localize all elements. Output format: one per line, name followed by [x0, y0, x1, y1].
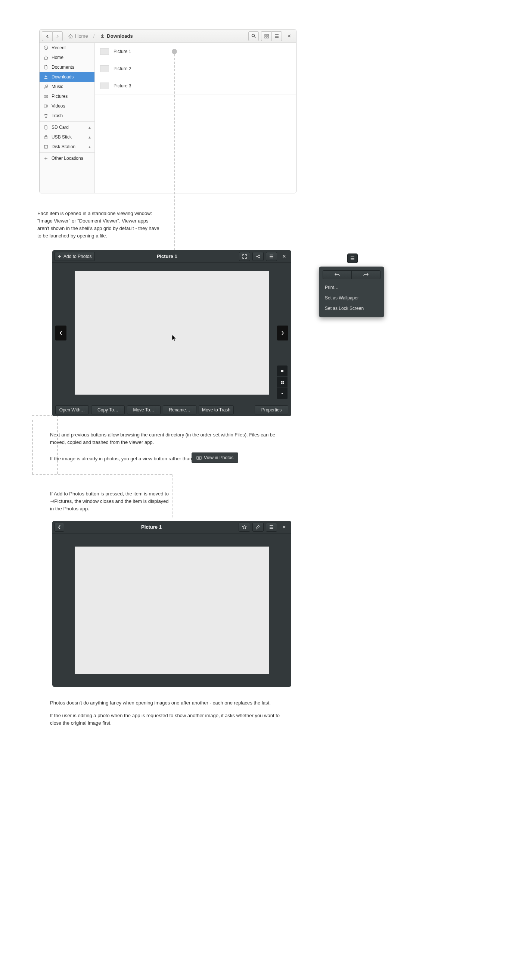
annotation-text: If Add to Photos button is pressed, the … [50, 490, 173, 512]
forward-button[interactable] [52, 31, 63, 41]
annotation-text: Photos doesn't do anything fancy when op… [50, 699, 289, 727]
sidebar-item-label: Downloads [51, 74, 73, 80]
doc-icon [43, 65, 49, 70]
zoom-out-button[interactable] [277, 388, 288, 399]
list-item[interactable]: Picture 1 [95, 43, 296, 60]
fullscreen-button[interactable] [239, 252, 250, 261]
svg-point-12 [46, 148, 46, 148]
breadcrumb-current[interactable]: Downloads [97, 31, 135, 41]
sidebar-item-documents[interactable]: Documents [40, 62, 94, 72]
nas-icon [43, 145, 49, 149]
svg-rect-19 [281, 382, 282, 384]
plus-icon [58, 255, 62, 258]
list-view-button[interactable] [272, 31, 282, 41]
hamburger-icon [269, 255, 274, 258]
list-item[interactable]: Picture 2 [95, 60, 296, 77]
sidebar-item-recent[interactable]: Recent [40, 43, 94, 52]
svg-rect-18 [283, 381, 284, 382]
eject-icon[interactable]: ▲ [88, 145, 91, 149]
sidebar-item-diskstation[interactable]: Disk Station ▲ [40, 142, 94, 151]
usb-icon [43, 135, 49, 139]
menu-item-label: Set as Wallpaper [325, 295, 359, 301]
svg-rect-8 [44, 105, 47, 107]
zoom-controls [277, 366, 288, 399]
button-label: Open With… [59, 407, 85, 412]
add-to-photos-button[interactable]: Add to Photos [54, 252, 95, 261]
add-to-photos-label: Add to Photos [64, 254, 91, 259]
image-canvas [75, 547, 269, 674]
close-button[interactable]: ✕ [284, 33, 294, 39]
svg-rect-20 [283, 382, 284, 384]
rename-button[interactable]: Rename… [163, 406, 196, 414]
sidebar-item-label: Documents [51, 65, 74, 70]
sidebar-item-usbstick[interactable]: USB Stick ▲ [40, 132, 94, 142]
plus-icon [43, 156, 49, 161]
fullscreen-icon [242, 254, 247, 259]
menu-item-set-wallpaper[interactable]: Set as Wallpaper [323, 293, 380, 303]
svg-rect-16 [281, 370, 283, 372]
zoom-in-button[interactable] [277, 377, 288, 388]
svg-rect-2 [267, 34, 269, 36]
edit-button[interactable] [252, 523, 264, 531]
file-list: Picture 1 Picture 2 Picture 3 [95, 43, 296, 193]
view-in-photos-button[interactable]: View in Photos [192, 452, 238, 463]
button-label: Move To… [133, 407, 154, 412]
sidebar-item-videos[interactable]: Videos [40, 101, 94, 111]
svg-rect-17 [281, 381, 282, 382]
rotate-left-button[interactable] [323, 270, 352, 279]
svg-point-7 [45, 96, 47, 97]
camera-icon [196, 455, 202, 460]
list-item[interactable]: Picture 3 [95, 77, 296, 94]
hamburger-menu-button[interactable] [266, 523, 277, 531]
move-to-button[interactable]: Move To… [127, 406, 161, 414]
sidebar-item-sdcard[interactable]: SD Card ▲ [40, 123, 94, 132]
back-button[interactable] [42, 31, 52, 41]
button-label: Copy To… [97, 407, 118, 412]
files-headerbar: Home / Downloads [40, 30, 296, 43]
breadcrumb-home[interactable]: Home [65, 31, 91, 41]
chevron-right-icon [56, 34, 59, 38]
hamburger-menu-button[interactable] [266, 252, 277, 261]
copy-to-button[interactable]: Copy To… [91, 406, 125, 414]
previous-image-button[interactable] [55, 326, 67, 340]
next-image-button[interactable] [277, 326, 288, 340]
close-button[interactable]: ✕ [279, 523, 289, 531]
sidebar-item-downloads[interactable]: Downloads [40, 72, 94, 82]
properties-button[interactable]: Properties [255, 406, 288, 414]
view-in-photos-label: View in Photos [204, 455, 233, 460]
menu-item-print[interactable]: Print… [323, 282, 380, 293]
search-icon [251, 33, 256, 38]
sidebar-item-pictures[interactable]: Pictures [40, 91, 94, 101]
rotate-right-button[interactable] [352, 270, 380, 279]
hamburger-menu-button[interactable] [347, 253, 358, 263]
back-button[interactable] [54, 523, 64, 531]
move-to-trash-button[interactable]: Move to Trash [199, 406, 234, 414]
hamburger-icon [350, 256, 355, 260]
open-with-button[interactable]: Open With… [55, 406, 89, 414]
close-button[interactable]: ✕ [279, 252, 289, 261]
share-button[interactable] [252, 252, 264, 261]
menu-item-set-lockscreen[interactable]: Set as Lock Screen [323, 303, 380, 313]
share-icon [256, 254, 260, 259]
zoom-in-icon [280, 380, 285, 385]
sidebar-item-music[interactable]: Music [40, 82, 94, 91]
close-icon: ✕ [287, 33, 291, 39]
eject-icon[interactable]: ▲ [88, 135, 91, 139]
thumbnail-icon [100, 48, 109, 55]
trash-icon [43, 113, 49, 118]
favorite-button[interactable] [239, 523, 250, 531]
menu-item-label: Print… [325, 285, 339, 290]
sidebar-item-trash[interactable]: Trash [40, 111, 94, 121]
photos-headerbar: Picture 1 ✕ [52, 521, 291, 533]
eject-icon[interactable]: ▲ [88, 126, 91, 130]
sidebar-item-home[interactable]: Home [40, 52, 94, 62]
sidebar-item-label: Recent [51, 45, 66, 50]
zoom-fit-button[interactable] [277, 366, 288, 377]
grid-view-button[interactable] [261, 31, 272, 41]
svg-rect-3 [265, 37, 266, 38]
sidebar-item-other-locations[interactable]: Other Locations [40, 153, 94, 163]
annotation-text: Next and previous buttons allow browsing… [50, 431, 282, 446]
svg-point-23 [198, 457, 200, 458]
search-button[interactable] [248, 31, 259, 41]
sidebar-item-label: Trash [51, 113, 63, 118]
